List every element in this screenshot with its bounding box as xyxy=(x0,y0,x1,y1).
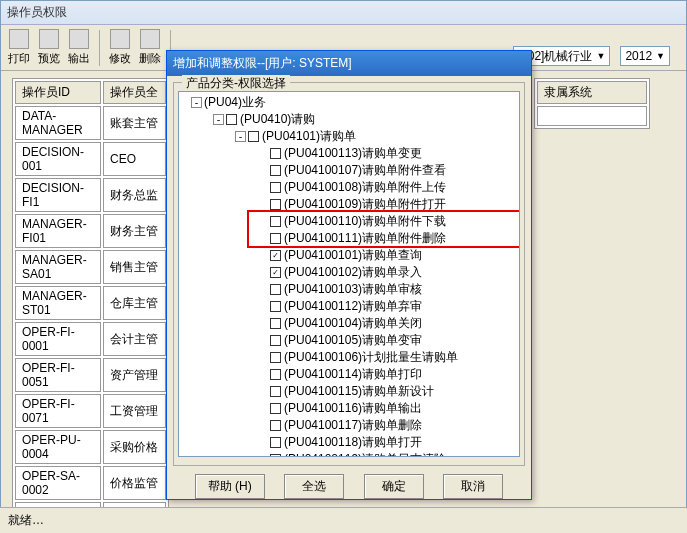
tree-label: (PU0410)请购 xyxy=(240,111,315,128)
checkbox[interactable] xyxy=(270,199,281,210)
tree-node[interactable]: (PU04100103)请购单审核 xyxy=(181,281,517,298)
tree-label: (PU04100101)请购单查询 xyxy=(284,247,422,264)
checkbox[interactable] xyxy=(270,182,281,193)
tree-label: (PU04100108)请购单附件上传 xyxy=(284,179,446,196)
tree-node[interactable]: (PU04100108)请购单附件上传 xyxy=(181,179,517,196)
system-grid[interactable]: 隶属系统 xyxy=(534,78,650,129)
preview-button[interactable]: 预览 xyxy=(35,29,63,66)
tree-node[interactable]: (PU04100111)请购单附件删除 xyxy=(181,230,517,247)
tree-node[interactable]: -(PU0410)请购 xyxy=(181,111,517,128)
tree-node[interactable]: (PU04100115)请购单新设计 xyxy=(181,383,517,400)
checkbox[interactable]: ✓ xyxy=(270,267,281,278)
table-row[interactable]: DATA-MANAGER账套主管 xyxy=(15,106,166,140)
table-row[interactable]: MANAGER-ST01仓库主管 xyxy=(15,286,166,320)
tree-label: (PU04)业务 xyxy=(204,94,266,111)
tree-label: (PU04100115)请购单新设计 xyxy=(284,383,434,400)
table-row[interactable]: MANAGER-FI01财务主管 xyxy=(15,214,166,248)
checkbox[interactable] xyxy=(270,386,281,397)
table-row[interactable] xyxy=(537,106,647,126)
tree-node[interactable]: -(PU04101)请购单 xyxy=(181,128,517,145)
checkbox[interactable]: ✓ xyxy=(270,250,281,261)
output-icon xyxy=(69,29,89,49)
tree-label: (PU04100112)请购单弃审 xyxy=(284,298,422,315)
tree-label: (PU04100114)请购单打印 xyxy=(284,366,422,383)
tree-node[interactable]: (PU04100113)请购单变更 xyxy=(181,145,517,162)
tree-label: (PU04100107)请购单附件查看 xyxy=(284,162,446,179)
checkbox[interactable] xyxy=(270,301,281,312)
table-row[interactable]: DECISION-FI1财务总监 xyxy=(15,178,166,212)
tree-label: (PU04100103)请购单审核 xyxy=(284,281,422,298)
expand-icon[interactable]: - xyxy=(235,131,246,142)
tree-label: (PU04100119)请购单日志清除 xyxy=(284,451,446,457)
permission-groupbox: 产品分类-权限选择 -(PU04)业务-(PU0410)请购-(PU04101)… xyxy=(173,82,525,466)
table-row[interactable]: OPER-SA-0002价格监管 xyxy=(15,466,166,500)
tree-label: (PU04100102)请购单录入 xyxy=(284,264,422,281)
ok-button[interactable]: 确定 xyxy=(364,474,424,499)
tree-label: (PU04100109)请购单附件打开 xyxy=(284,196,446,213)
tree-node[interactable]: -(PU04)业务 xyxy=(181,94,517,111)
checkbox[interactable] xyxy=(226,114,237,125)
checkbox[interactable] xyxy=(248,131,259,142)
col-sys[interactable]: 隶属系统 xyxy=(537,81,647,104)
checkbox[interactable] xyxy=(270,352,281,363)
tree-node[interactable]: (PU04100117)请购单删除 xyxy=(181,417,517,434)
year-combo[interactable]: 2012▼ xyxy=(620,46,670,66)
col-name[interactable]: 操作员全 xyxy=(103,81,166,104)
checkbox[interactable] xyxy=(270,437,281,448)
checkbox[interactable] xyxy=(270,420,281,431)
table-row[interactable]: MANAGER-SA01销售主管 xyxy=(15,250,166,284)
print-icon xyxy=(9,29,29,49)
print-button[interactable]: 打印 xyxy=(5,29,33,66)
table-row[interactable]: OPER-FI-0001会计主管 xyxy=(15,322,166,356)
window-title: 操作员权限 xyxy=(1,1,686,25)
checkbox[interactable] xyxy=(270,233,281,244)
checkbox[interactable] xyxy=(270,403,281,414)
delete-button[interactable]: 删除 xyxy=(136,29,164,66)
checkbox[interactable] xyxy=(270,318,281,329)
expand-icon[interactable]: - xyxy=(191,97,202,108)
tree-node[interactable]: (PU04100110)请购单附件下载 xyxy=(181,213,517,230)
tree-node[interactable]: (PU04100109)请购单附件打开 xyxy=(181,196,517,213)
tree-node[interactable]: ✓(PU04100102)请购单录入 xyxy=(181,264,517,281)
checkbox[interactable] xyxy=(270,216,281,227)
expand-icon[interactable]: - xyxy=(213,114,224,125)
tree-container[interactable]: -(PU04)业务-(PU0410)请购-(PU04101)请购单(PU0410… xyxy=(178,91,520,457)
select-all-button[interactable]: 全选 xyxy=(284,474,344,499)
tree-label: (PU04101)请购单 xyxy=(262,128,356,145)
tree-node[interactable]: ✓(PU04100101)请购单查询 xyxy=(181,247,517,264)
tree-label: (PU04100110)请购单附件下载 xyxy=(284,213,446,230)
table-row[interactable]: OPER-FI-0051资产管理 xyxy=(15,358,166,392)
table-row[interactable]: DECISION-001CEO xyxy=(15,142,166,176)
tree-node[interactable]: (PU04100118)请购单打开 xyxy=(181,434,517,451)
tree-label: (PU04100106)计划批量生请购单 xyxy=(284,349,458,366)
checkbox[interactable] xyxy=(270,284,281,295)
col-id[interactable]: 操作员ID xyxy=(15,81,101,104)
tree-label: (PU04100104)请购单关闭 xyxy=(284,315,422,332)
checkbox[interactable] xyxy=(270,335,281,346)
operator-grid[interactable]: 操作员ID 操作员全 DATA-MANAGER账套主管DECISION-001C… xyxy=(12,78,169,533)
checkbox[interactable] xyxy=(270,148,281,159)
modify-button[interactable]: 修改 xyxy=(106,29,134,66)
tree-node[interactable]: (PU04100114)请购单打印 xyxy=(181,366,517,383)
tree-node[interactable]: (PU04100119)请购单日志清除 xyxy=(181,451,517,457)
chevron-down-icon: ▼ xyxy=(656,51,665,61)
output-button[interactable]: 输出 xyxy=(65,29,93,66)
tree-node[interactable]: (PU04100107)请购单附件查看 xyxy=(181,162,517,179)
table-row[interactable]: OPER-FI-0071工资管理 xyxy=(15,394,166,428)
tree-node[interactable]: (PU04100105)请购单变审 xyxy=(181,332,517,349)
preview-icon xyxy=(39,29,59,49)
checkbox[interactable] xyxy=(270,165,281,176)
help-button[interactable]: 帮助 (H) xyxy=(195,474,265,499)
checkbox[interactable] xyxy=(270,454,281,457)
table-row[interactable]: OPER-PU-0004采购价格 xyxy=(15,430,166,464)
tree-node[interactable]: (PU04100116)请购单输出 xyxy=(181,400,517,417)
cancel-button[interactable]: 取消 xyxy=(443,474,503,499)
permission-tree[interactable]: -(PU04)业务-(PU0410)请购-(PU04101)请购单(PU0410… xyxy=(179,92,519,457)
checkbox[interactable] xyxy=(270,369,281,380)
tree-node[interactable]: (PU04100104)请购单关闭 xyxy=(181,315,517,332)
dialog-title: 增加和调整权限--[用户: SYSTEM] xyxy=(167,51,531,76)
tree-node[interactable]: (PU04100106)计划批量生请购单 xyxy=(181,349,517,366)
tree-node[interactable]: (PU04100112)请购单弃审 xyxy=(181,298,517,315)
permission-dialog: 增加和调整权限--[用户: SYSTEM] 产品分类-权限选择 -(PU04)业… xyxy=(166,50,532,500)
groupbox-legend: 产品分类-权限选择 xyxy=(182,75,290,92)
